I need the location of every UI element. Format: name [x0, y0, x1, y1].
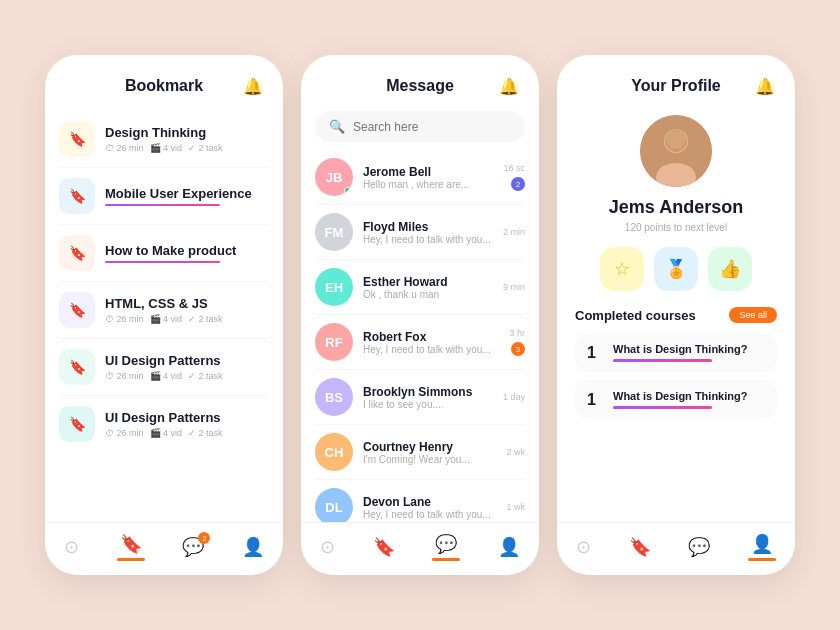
- bookmark-icon-wrap: 🔖: [59, 406, 95, 442]
- profile-actions: ☆ 🏅 👍: [600, 247, 752, 291]
- course-info: What is Design Thinking?: [613, 343, 765, 362]
- message-item[interactable]: FM Floyd Miles Hey, I need to talk with …: [315, 205, 525, 260]
- bookmark-icon-wrap: 🔖: [59, 349, 95, 385]
- course-progress-bar: [613, 406, 712, 409]
- message-item[interactable]: CH Courtney Henry I'm Coming! Wear you..…: [315, 425, 525, 480]
- bookmark-item-title: Mobile User Experience: [105, 186, 269, 207]
- award-icon: 🏅: [665, 258, 687, 280]
- msg-bell-icon[interactable]: 🔔: [499, 77, 519, 96]
- bookmark-list: 🔖 Design Thinking ⏱ 26 min 🎬 4 vid ✓ 2 t…: [45, 105, 283, 522]
- bell-icon[interactable]: 🔔: [243, 77, 263, 96]
- profile-phone: Your Profile 🔔 Jems Anderson 120 points …: [557, 55, 795, 575]
- bookmark-item-title: How to Make product: [105, 243, 269, 264]
- bookmark-item-title: HTML, CSS & JS: [105, 296, 269, 313]
- avatar-initials: CH: [315, 433, 353, 471]
- msg-right: 1 wk: [506, 502, 525, 512]
- nav-message-prof[interactable]: 💬: [688, 536, 710, 558]
- bookmark-item[interactable]: 🔖 How to Make product: [59, 225, 269, 282]
- message-phone: Message 🔔 🔍 JB Jerome Bell Hello man , w…: [301, 55, 539, 575]
- bookmark-item-content: Mobile User Experience: [105, 186, 269, 207]
- phones-container: Bookmark 🔔 🔖 Design Thinking ⏱ 26 min 🎬 …: [25, 35, 815, 595]
- bookmark-item-title: Design Thinking: [105, 125, 269, 142]
- msg-time: 3 hr: [509, 328, 525, 338]
- msg-sender-name: Courtney Henry: [363, 440, 496, 454]
- bookmark-item[interactable]: 🔖 HTML, CSS & JS ⏱ 26 min 🎬 4 vid ✓ 2 ta…: [59, 282, 269, 339]
- nav-home-prof[interactable]: ⊙: [576, 536, 591, 558]
- profile-bell-icon[interactable]: 🔔: [755, 77, 775, 96]
- avatar-initials: EH: [315, 268, 353, 306]
- course-item[interactable]: 1 What is Design Thinking?: [575, 333, 777, 372]
- nav-home-msg[interactable]: ⊙: [320, 536, 335, 558]
- bookmark-item-content: UI Design Patterns ⏱ 26 min 🎬 4 vid ✓ 2 …: [105, 410, 269, 439]
- profile-content: Jems Anderson 120 points to next level ☆…: [557, 105, 795, 522]
- avatar-initials: RF: [315, 323, 353, 361]
- course-name: What is Design Thinking?: [613, 343, 765, 355]
- bookmark-icon-wrap: 🔖: [59, 121, 95, 157]
- msg-right: 2 min: [503, 227, 525, 237]
- msg-sender-name: Floyd Miles: [363, 220, 493, 234]
- msg-preview-text: I like to see you....: [363, 399, 493, 410]
- profile-avatar: [640, 115, 712, 187]
- nav-message-bk[interactable]: 💬 2: [182, 536, 204, 558]
- bookmark-item[interactable]: 🔖 UI Design Patterns ⏱ 26 min 🎬 4 vid ✓ …: [59, 396, 269, 452]
- bookmark-item-title: UI Design Patterns: [105, 410, 269, 427]
- bookmark-item[interactable]: 🔖 UI Design Patterns ⏱ 26 min 🎬 4 vid ✓ …: [59, 339, 269, 396]
- avatar: BS: [315, 378, 353, 416]
- nav-bookmark-prof[interactable]: 🔖: [629, 536, 651, 558]
- nav-profile-msg[interactable]: 👤: [498, 536, 520, 558]
- msg-right: 9 min: [503, 282, 525, 292]
- bookmark-item-icon: 🔖: [69, 302, 86, 318]
- msg-time: 16 sc: [503, 163, 525, 173]
- nav-home[interactable]: ⊙: [64, 536, 79, 558]
- message-item[interactable]: JB Jerome Bell Hello man , where are... …: [315, 150, 525, 205]
- award-button[interactable]: 🏅: [654, 247, 698, 291]
- message-item[interactable]: EH Esther Howard Ok , thank u man 9 min: [315, 260, 525, 315]
- avatar-initials: BS: [315, 378, 353, 416]
- bookmark-nav: ⊙ 🔖 💬 2 👤: [45, 522, 283, 575]
- bookmark-icon-wrap: 🔖: [59, 178, 95, 214]
- completed-section: Completed courses See all 1 What is Desi…: [575, 307, 777, 427]
- bookmark-item-icon: 🔖: [69, 188, 86, 204]
- msg-time: 2 wk: [506, 447, 525, 457]
- see-all-button[interactable]: See all: [729, 307, 777, 323]
- msg-content: Esther Howard Ok , thank u man: [363, 275, 493, 300]
- bookmark-item-content: UI Design Patterns ⏱ 26 min 🎬 4 vid ✓ 2 …: [105, 353, 269, 382]
- bookmark-item[interactable]: 🔖 Design Thinking ⏱ 26 min 🎬 4 vid ✓ 2 t…: [59, 111, 269, 168]
- message-item[interactable]: DL Devon Lane Hey, I need to talk with y…: [315, 480, 525, 522]
- search-icon: 🔍: [329, 119, 345, 134]
- bookmark-icon-prof: 🔖: [629, 536, 651, 558]
- star-button[interactable]: ☆: [600, 247, 644, 291]
- message-item[interactable]: RF Robert Fox Hey, I need to talk with y…: [315, 315, 525, 370]
- msg-preview-text: Ok , thank u man: [363, 289, 493, 300]
- msg-preview-text: Hey, I need to talk with you...: [363, 509, 496, 520]
- avatar: DL: [315, 488, 353, 522]
- msg-preview-text: Hello man , where are...: [363, 179, 493, 190]
- profile-icon: 👤: [242, 536, 264, 558]
- nav-bookmark-msg[interactable]: 🔖: [373, 536, 395, 558]
- profile-icon-msg: 👤: [498, 536, 520, 558]
- message-item[interactable]: BS Brooklyn Simmons I like to see you...…: [315, 370, 525, 425]
- course-number: 1: [587, 344, 603, 362]
- profile-nav: ⊙ 🔖 💬 👤: [557, 522, 795, 575]
- profile-icon-prof: 👤: [751, 533, 773, 555]
- nav-message-msg[interactable]: 💬: [432, 533, 460, 561]
- unread-badge: 2: [511, 177, 525, 191]
- nav-profile-prof[interactable]: 👤: [748, 533, 776, 561]
- avatar-initials: DL: [315, 488, 353, 522]
- bookmark-item-icon: 🔖: [69, 416, 86, 432]
- nav-profile-bk[interactable]: 👤: [242, 536, 264, 558]
- bookmark-title: Bookmark: [125, 77, 203, 95]
- search-input[interactable]: [353, 120, 511, 134]
- profile-title: Your Profile: [631, 77, 721, 95]
- svg-point-4: [666, 129, 686, 149]
- like-button[interactable]: 👍: [708, 247, 752, 291]
- bookmark-item[interactable]: 🔖 Mobile User Experience: [59, 168, 269, 225]
- message-nav: ⊙ 🔖 💬 👤: [301, 522, 539, 575]
- profile-name: Jems Anderson: [609, 197, 743, 218]
- search-bar[interactable]: 🔍: [315, 111, 525, 142]
- msg-sender-name: Devon Lane: [363, 495, 496, 509]
- course-name: What is Design Thinking?: [613, 390, 765, 402]
- msg-time: 1 day: [503, 392, 525, 402]
- nav-bookmark[interactable]: 🔖: [117, 533, 145, 561]
- course-item[interactable]: 1 What is Design Thinking?: [575, 380, 777, 419]
